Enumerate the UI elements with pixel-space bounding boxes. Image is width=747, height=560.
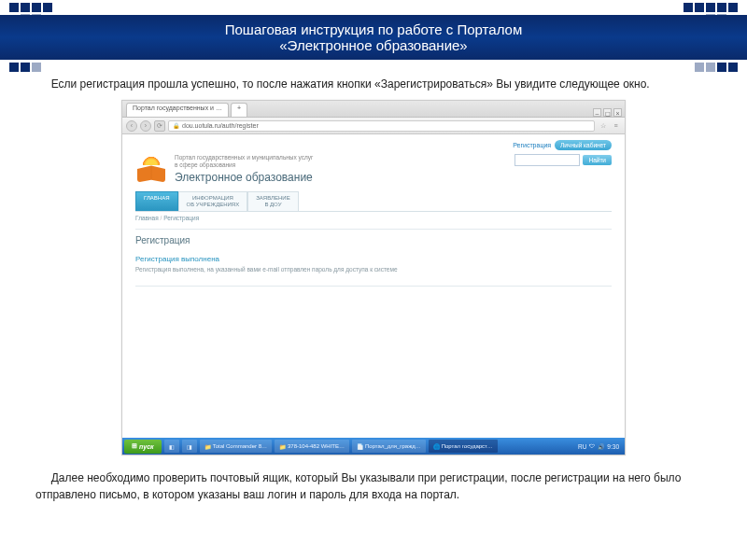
- top-links: Регистрация Личный кабинет: [135, 140, 612, 150]
- deco-square: [21, 63, 30, 72]
- folder-icon: 📁: [279, 443, 286, 450]
- clock[interactable]: 9:30: [607, 443, 619, 450]
- portal-header: Портал государственных и муниципальных у…: [135, 154, 612, 191]
- deco-square: [728, 3, 738, 12]
- tray-icon[interactable]: 🛡: [589, 443, 595, 449]
- system-tray: RU 🛡 🔊 9:30: [578, 443, 623, 450]
- search-input[interactable]: [514, 154, 580, 166]
- close-button[interactable]: ×: [613, 108, 622, 117]
- registration-section: Регистрация Регистрация выполнена Регист…: [135, 229, 612, 287]
- deco-square: [717, 63, 726, 72]
- outro-text: Далее необходимо проверить почтовый ящик…: [0, 461, 747, 503]
- intro-text: Если регистрация прошла успешно, то посл…: [35, 77, 712, 92]
- search-box: Найти: [514, 154, 612, 166]
- lang-indicator[interactable]: RU: [578, 443, 586, 450]
- slide-title-band: Пошаговая инструкция по работе с Портало…: [0, 15, 747, 60]
- document-icon: 📄: [357, 443, 363, 450]
- browser-tabbar: Портал государственных и … + – ◻ ×: [122, 101, 625, 118]
- url-text: dou.uotula.ru/auth/register: [182, 122, 259, 129]
- deco-square: [9, 3, 19, 12]
- deco-square: [695, 63, 704, 72]
- nav-tabs: ГЛАВНАЯ ИНФОРМАЦИЯ ОБ УЧРЕЖДЕНИЯХ ЗАЯВЛЕ…: [135, 191, 612, 212]
- status-text: Регистрация выполнена, на указанный вами…: [135, 266, 612, 287]
- tab-label: ОБ УЧРЕЖДЕНИЯХ: [187, 202, 240, 208]
- deco-square: [43, 3, 52, 12]
- slide-header: Пошаговая инструкция по работе с Портало…: [0, 0, 747, 67]
- browser-addressbar: ‹ › ⟳ 🔒 dou.uotula.ru/auth/register ☆ ≡: [122, 118, 625, 134]
- status-heading: Регистрация выполнена: [135, 255, 612, 266]
- new-tab-button[interactable]: +: [231, 103, 247, 117]
- slide-title-line2: «Электронное образование»: [279, 37, 467, 53]
- breadcrumb-root[interactable]: Главная: [135, 215, 159, 221]
- tray-icon[interactable]: 🔊: [598, 443, 604, 450]
- deco-square: [21, 3, 30, 12]
- taskbar-item-label: Портал_для_гражд…: [365, 443, 421, 449]
- quicklaunch-icon[interactable]: ◨: [182, 440, 197, 453]
- windows-logo-icon: ⊞: [132, 442, 137, 450]
- bookmark-icon[interactable]: ☆: [598, 120, 608, 131]
- section-title: Регистрация: [135, 235, 612, 255]
- deco-square: [728, 63, 738, 72]
- cabinet-button[interactable]: Личный кабинет: [555, 140, 612, 150]
- tab-main[interactable]: ГЛАВНАЯ: [135, 191, 178, 211]
- menu-icon[interactable]: ≡: [611, 120, 621, 131]
- tab-application[interactable]: ЗАЯВЛЕНИЕ В ДОУ: [247, 191, 298, 211]
- browser-chrome: Портал государственных и … + – ◻ × ‹ › ⟳…: [122, 101, 625, 134]
- taskbar-item-active[interactable]: 🌐Портал государст…: [429, 440, 498, 453]
- register-link[interactable]: Регистрация: [513, 142, 551, 148]
- tab-label: В ДОУ: [256, 202, 289, 208]
- minimize-button[interactable]: –: [593, 108, 601, 117]
- page-viewport: Регистрация Личный кабинет Портал госуда…: [122, 134, 625, 438]
- taskbar-item-label: Портал государст…: [442, 443, 493, 449]
- start-label: пуск: [139, 443, 154, 450]
- deco-square: [32, 3, 41, 12]
- taskbar-item[interactable]: 📄Портал_для_гражд…: [352, 440, 426, 453]
- browser-tab[interactable]: Портал государственных и …: [126, 103, 229, 117]
- folder-icon: 📁: [204, 443, 211, 450]
- start-button[interactable]: ⊞ пуск: [124, 440, 162, 454]
- back-button[interactable]: ‹: [126, 120, 137, 132]
- browser-icon: 🌐: [433, 443, 440, 450]
- deco-square: [717, 3, 726, 12]
- screenshot-frame: Портал государственных и … + – ◻ × ‹ › ⟳…: [121, 100, 626, 455]
- portal-logo-icon: [135, 154, 167, 182]
- reload-button[interactable]: ⟳: [154, 120, 165, 132]
- lock-icon: 🔒: [173, 122, 179, 129]
- url-input[interactable]: 🔒 dou.uotula.ru/auth/register: [168, 120, 595, 132]
- deco-square: [684, 3, 693, 12]
- tab-info[interactable]: ИНФОРМАЦИЯ ОБ УЧРЕЖДЕНИЯХ: [178, 191, 248, 211]
- window-controls: – ◻ ×: [593, 108, 622, 117]
- slide-title-line1: Пошаговая инструкция по работе с Портало…: [225, 21, 523, 37]
- taskbar-item[interactable]: 📁Total Commander 8…: [200, 440, 272, 453]
- taskbar-item-label: 378-104-482 WHITE…: [288, 443, 345, 449]
- forward-button[interactable]: ›: [140, 120, 151, 132]
- quicklaunch-icon[interactable]: ◧: [164, 440, 179, 453]
- maximize-button[interactable]: ◻: [603, 108, 612, 117]
- search-button[interactable]: Найти: [583, 155, 612, 165]
- taskbar-item[interactable]: 📁378-104-482 WHITE…: [275, 440, 349, 453]
- breadcrumb-current: Регистрация: [163, 215, 199, 221]
- portal-main-title: Электронное образование: [175, 169, 313, 184]
- taskbar: ⊞ пуск ◧ ◨ 📁Total Commander 8… 📁378-104-…: [122, 438, 625, 455]
- tab-label: ЗАЯВЛЕНИЕ: [256, 195, 289, 202]
- tab-title: Портал государственных и …: [133, 105, 222, 111]
- deco-square: [706, 3, 715, 12]
- portal-subtitle-line1: Портал государственных и муниципальных у…: [175, 154, 313, 161]
- tab-label: ГЛАВНАЯ: [144, 195, 170, 202]
- portal-subtitle-line2: в сфере образования: [175, 161, 313, 169]
- deco-square: [32, 63, 41, 72]
- tab-label: ИНФОРМАЦИЯ: [187, 195, 240, 202]
- deco-square: [706, 63, 715, 72]
- deco-square: [695, 3, 704, 12]
- deco-square: [9, 63, 19, 72]
- breadcrumb: Главная / Регистрация: [135, 212, 612, 229]
- taskbar-item-label: Total Commander 8…: [213, 443, 267, 449]
